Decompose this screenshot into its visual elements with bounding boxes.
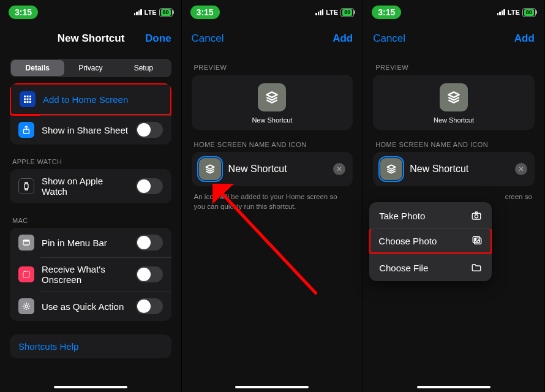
status-right: LTE 80	[497, 8, 536, 17]
status-time: 3:15	[9, 6, 38, 19]
preview-header: PREVIEW	[375, 64, 532, 71]
status-time: 3:15	[190, 6, 220, 19]
status-bar: 3:15 LTE 80	[182, 0, 363, 24]
receive-label: Receive What's Onscreen	[42, 264, 129, 285]
row-quick-action[interactable]: Use as Quick Action	[10, 292, 171, 321]
add-button[interactable]: Add	[333, 32, 353, 45]
icon-picker-button[interactable]	[380, 158, 402, 180]
clear-name-button[interactable]: ✕	[515, 163, 527, 175]
battery-icon: 80	[159, 8, 173, 17]
row-share-sheet[interactable]: Show in Share Sheet	[10, 115, 171, 145]
group-mac: MAC Pin in Menu Bar Receive What's Onscr…	[10, 217, 171, 321]
svg-rect-2	[29, 96, 31, 97]
preview-header: PREVIEW	[194, 64, 351, 71]
screen-details: 3:15 LTE 80 New Shortcut Done Details Pr…	[0, 0, 182, 392]
preview-card: New Shortcut	[373, 75, 535, 130]
signal-icon	[134, 9, 142, 15]
camera-icon	[471, 210, 482, 221]
svg-point-25	[475, 215, 478, 218]
screen-add-to-home: 3:15 LTE 80 Cancel Add PREVIEW New Short…	[182, 0, 364, 392]
done-button[interactable]: Done	[145, 32, 171, 45]
clear-name-button[interactable]: ✕	[333, 163, 345, 175]
svg-rect-12	[23, 240, 29, 242]
icon-picker-button[interactable]	[199, 158, 221, 180]
navbar: Cancel Add	[363, 24, 544, 53]
preview-app-icon	[258, 83, 286, 111]
add-button[interactable]: Add	[514, 32, 535, 45]
nav-title: New Shortcut	[58, 32, 125, 45]
tab-privacy[interactable]: Privacy	[64, 60, 118, 76]
svg-rect-10	[24, 184, 28, 189]
preview-app-label: New Shortcut	[192, 116, 353, 124]
row-add-home-screen[interactable]: Add to Home Screen	[10, 83, 171, 116]
svg-line-19	[24, 304, 24, 304]
row-pin-menu-bar[interactable]: Pin in Menu Bar	[10, 228, 171, 257]
menu-choose-photo[interactable]: Choose Photo	[369, 228, 492, 254]
header-mac: MAC	[12, 217, 171, 224]
signal-icon	[497, 9, 505, 15]
status-time: 3:15	[372, 6, 401, 19]
navbar: Cancel Add	[182, 24, 363, 53]
help-label: Shortcuts Help	[18, 341, 163, 352]
navbar: New Shortcut Done	[0, 24, 181, 53]
status-bar: 3:15 LTE 80	[363, 0, 544, 24]
share-sheet-label: Show in Share Sheet	[42, 125, 129, 135]
name-and-icon-row[interactable]: New Shortcut ✕	[192, 152, 353, 186]
tab-setup[interactable]: Setup	[117, 60, 170, 76]
name-and-icon-row[interactable]: New Shortcut ✕	[373, 152, 535, 186]
toggle-share-sheet[interactable]	[136, 122, 163, 138]
pin-label: Pin in Menu Bar	[42, 238, 129, 248]
battery-icon: 80	[340, 8, 354, 17]
preview-app-label: New Shortcut	[373, 116, 535, 124]
home-indicator[interactable]	[54, 386, 127, 388]
group-help: Shortcuts Help	[10, 334, 171, 358]
svg-rect-1	[27, 96, 29, 97]
gear-icon	[18, 298, 34, 314]
svg-point-28	[475, 238, 476, 239]
network-label: LTE	[508, 9, 520, 16]
menu-bar-icon	[18, 235, 34, 251]
tab-details[interactable]: Details	[11, 60, 64, 76]
group-main: Add to Home Screen Show in Share Sheet	[10, 83, 171, 145]
row-apple-watch[interactable]: Show on Apple Watch	[10, 169, 171, 203]
watch-icon	[18, 178, 34, 194]
toggle-watch[interactable]	[136, 178, 163, 194]
cancel-button[interactable]: Cancel	[373, 32, 405, 45]
status-bar: 3:15 LTE 80	[0, 0, 181, 24]
home-indicator[interactable]	[235, 386, 309, 388]
svg-rect-7	[27, 101, 29, 103]
home-grid-icon	[20, 91, 36, 107]
photo-library-icon	[472, 235, 483, 246]
status-right: LTE 80	[134, 8, 173, 17]
shortcut-name-input[interactable]: New Shortcut	[410, 164, 508, 175]
svg-line-21	[28, 304, 29, 304]
section-header: HOME SCREEN NAME AND ICON	[194, 141, 351, 148]
watch-label: Show on Apple Watch	[42, 176, 129, 197]
toggle-pin[interactable]	[136, 235, 163, 251]
signal-icon	[315, 9, 323, 15]
svg-rect-8	[29, 101, 31, 103]
toggle-receive[interactable]	[136, 266, 163, 282]
shortcut-name-input[interactable]: New Shortcut	[228, 164, 326, 175]
header-watch: APPLE WATCH	[12, 158, 171, 165]
toggle-quick[interactable]	[136, 298, 163, 314]
battery-icon: 80	[522, 8, 536, 17]
row-shortcuts-help[interactable]: Shortcuts Help	[10, 334, 171, 358]
add-home-label: Add to Home Screen	[43, 94, 162, 105]
segmented-control[interactable]: Details Privacy Setup	[10, 59, 171, 77]
cancel-button[interactable]: Cancel	[192, 32, 224, 45]
row-receive-onscreen[interactable]: Receive What's Onscreen	[10, 257, 171, 292]
status-right: LTE 80	[315, 8, 354, 17]
hint-text: An icon will be added to your Home scree…	[194, 192, 351, 211]
preview-card: New Shortcut	[192, 75, 353, 130]
menu-take-photo[interactable]: Take Photo	[369, 202, 492, 229]
home-indicator[interactable]	[417, 386, 491, 388]
svg-rect-24	[472, 213, 481, 219]
folder-icon	[471, 262, 482, 273]
hint-text-partial: creen so	[375, 192, 532, 202]
svg-rect-6	[24, 101, 26, 103]
menu-choose-file[interactable]: Choose File	[369, 254, 492, 281]
preview-app-icon	[440, 83, 468, 111]
svg-rect-13	[23, 271, 29, 277]
group-watch: APPLE WATCH Show on Apple Watch	[10, 158, 171, 203]
